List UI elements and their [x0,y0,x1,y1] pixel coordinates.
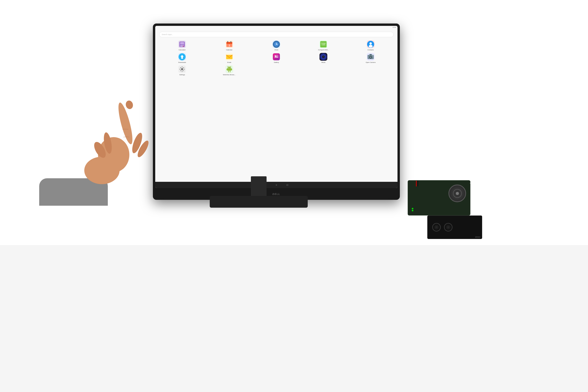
svg-line-47 [180,67,181,68]
svg-point-54 [228,68,229,68]
webview-icon [225,65,233,73]
lens-left [432,223,441,232]
app-gallery[interactable]: Gallery [253,53,299,64]
svg-point-69 [116,102,135,145]
opencamera-label: Open Camera [366,62,376,64]
svg-line-48 [183,70,184,71]
monitor-body: DELL 12:54 Search Apps... [153,24,400,200]
svg-rect-66 [39,178,108,206]
svg-point-17 [276,44,277,45]
email-label: Email [227,62,231,64]
android-navbar: ◁ ○ □ [155,182,397,188]
clock-label: Clock [274,49,278,51]
svg-rect-37 [369,54,372,55]
svg-point-7 [183,46,184,46]
svg-point-72 [136,139,151,158]
svg-point-70 [125,100,134,110]
app-settings[interactable]: Settings [159,65,205,76]
monitor-bezel: 12:54 Search Apps... [155,26,397,188]
downloads-label: Downloads [178,62,186,64]
svg-point-74 [92,140,108,160]
camera-module-label: antmicro [475,236,480,238]
contacts-label: Contacts [367,49,374,51]
app-downloads[interactable]: Downloads [159,53,205,64]
svg-line-50 [180,70,181,71]
svg-point-42 [181,68,183,70]
svg-point-40 [370,56,371,58]
calculator-label: Calculator [179,49,186,51]
dell-logo: DELL [272,193,280,196]
svg-rect-60 [230,71,231,72]
contacts-icon [367,40,375,48]
svg-rect-59 [228,71,229,72]
clock-icon [272,40,280,48]
svg-rect-57 [227,68,228,70]
gallery-label: Gallery [274,62,279,64]
svg-text:CUDA: CUDA [321,44,325,46]
svg-point-71 [130,132,144,154]
settings-icon [178,65,186,73]
calendar-label: Calendar [226,49,232,51]
app-contacts[interactable]: Contacts [348,40,394,51]
app-email[interactable]: Email [206,53,252,64]
svg-point-22 [369,42,372,45]
home-button[interactable]: ○ [275,183,278,186]
app-music[interactable]: Music [300,53,346,64]
svg-point-55 [230,68,231,68]
email-icon [225,53,233,61]
svg-point-63 [227,66,228,67]
app-webview[interactable]: WebView Brows... [206,65,252,76]
lens-right [444,223,452,232]
android-status-bar: 12:54 [155,26,397,28]
svg-point-4 [183,45,184,46]
search-placeholder: Search Apps... [162,34,173,36]
svg-rect-12 [226,44,232,44]
svg-text:Compu: Compu [321,42,326,44]
status-time: 12:54 [392,27,396,28]
hardware-board: antmicro [408,180,478,220]
compucuda-icon: Compu CUDA [319,40,327,48]
app-clock[interactable]: Clock [253,40,299,51]
antmicro-board-label: antmicro [470,182,478,184]
recents-button[interactable]: □ [286,183,289,186]
svg-point-2 [181,45,181,46]
svg-point-6 [182,46,183,46]
svg-point-68 [98,137,129,172]
app-opencamera[interactable]: Open Camera [348,53,394,64]
svg-text:1: 1 [229,44,230,47]
app-search-bar[interactable]: Search Apps... [159,32,394,37]
gallery-icon [272,53,280,61]
settings-label: Settings [179,74,185,76]
svg-point-67 [84,157,120,184]
calculator-icon [178,40,186,48]
svg-line-49 [183,67,184,68]
svg-rect-1 [180,42,184,44]
app-calculator[interactable]: Calculator [159,40,205,51]
calendar-icon: 1 [225,40,233,48]
monitor-screen: 12:54 Search Apps... [155,26,397,188]
music-icon [319,53,327,61]
downloads-icon [178,53,186,61]
webview-label: WebView Brows... [223,74,236,76]
svg-point-5 [181,46,181,46]
svg-point-73 [103,132,113,154]
opencamera-icon [367,53,375,61]
svg-rect-56 [227,68,231,71]
svg-point-23 [369,45,373,48]
svg-point-41 [372,55,373,56]
app-drawer: Search Apps... [155,28,397,182]
monitor-stand-base [210,196,308,208]
compucuda-label: CompuCUDA... [318,49,329,51]
svg-point-35 [323,56,324,57]
app-compucuda[interactable]: Compu CUDA CompuCUDA... [300,40,346,51]
table-surface [0,245,588,392]
music-label: Music [321,62,326,64]
svg-point-64 [231,66,231,67]
app-calendar[interactable]: 1 Calendar [206,40,252,51]
svg-rect-58 [231,68,232,70]
app-grid: Calculator 1 [159,40,394,76]
svg-point-3 [182,45,183,46]
svg-point-65 [39,178,108,206]
svg-rect-11 [231,41,231,43]
camera-module: antmicro [427,216,482,239]
